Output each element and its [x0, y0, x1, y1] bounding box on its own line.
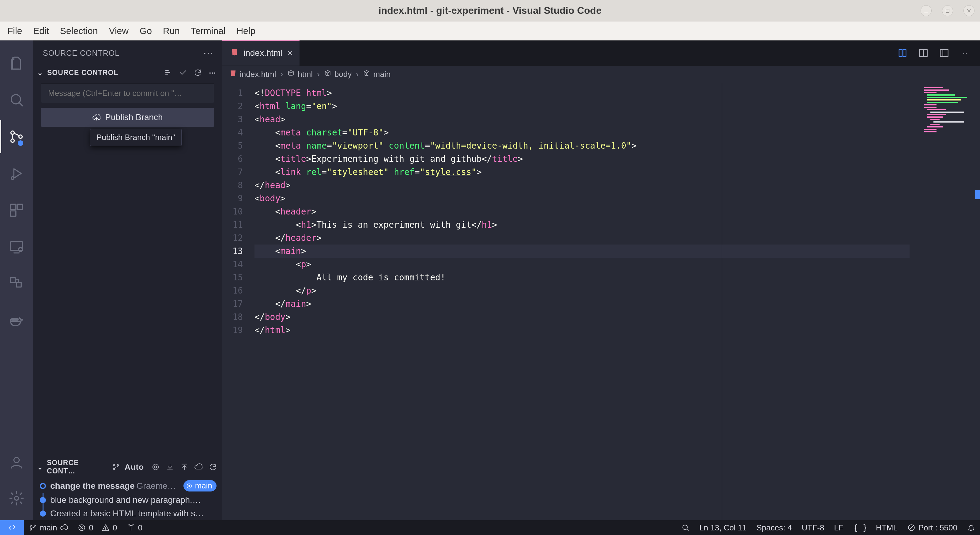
status-encoding[interactable]: UTF-8 — [797, 523, 829, 533]
publish-branch-button[interactable]: Publish Branch — [41, 108, 214, 127]
status-live-server[interactable]: Port : 5500 — [902, 523, 962, 533]
refresh-icon[interactable] — [192, 67, 204, 78]
status-eol[interactable]: LF — [829, 523, 848, 533]
svg-point-8 — [19, 135, 22, 139]
minimap[interactable] — [910, 83, 980, 520]
svg-rect-44 — [928, 102, 958, 103]
branch-pill[interactable]: main — [183, 480, 216, 492]
menu-help[interactable]: Help — [231, 26, 261, 36]
status-feedback-icon[interactable] — [676, 524, 694, 532]
os-titlebar: index.html - git-experiment - Visual Stu… — [0, 0, 980, 21]
menu-run[interactable]: Run — [158, 26, 185, 36]
status-branch-name: main — [40, 523, 57, 533]
svg-point-64 — [105, 529, 106, 530]
source-control-sidebar: SOURCE CONTROL ⋯ ⌄ SOURCE CONTROL ⋯ Publ… — [33, 40, 222, 520]
commit-row[interactable]: Created a basic HTML template with s… — [33, 507, 222, 520]
status-ports[interactable]: 0 — [122, 520, 147, 535]
window-maximize-button[interactable] — [942, 5, 953, 16]
breadcrumb-item[interactable]: html — [298, 70, 313, 79]
window-minimize-button[interactable] — [921, 5, 932, 16]
svg-rect-48 — [931, 111, 964, 113]
error-icon — [78, 524, 86, 532]
activity-source-control-icon[interactable] — [0, 120, 33, 153]
activity-remote-explorer-icon[interactable] — [0, 231, 33, 264]
svg-rect-40 — [924, 92, 937, 93]
status-language[interactable]: { } HTML — [848, 523, 902, 533]
svg-point-33 — [188, 485, 190, 487]
commit-message-input[interactable] — [41, 83, 214, 103]
svg-rect-56 — [924, 131, 937, 132]
commit-check-icon[interactable] — [177, 67, 189, 78]
symbol-icon — [287, 70, 294, 79]
breadcrumb-item[interactable]: body — [334, 70, 352, 79]
activity-bar — [0, 40, 33, 520]
close-icon[interactable]: × — [288, 48, 293, 58]
target-icon[interactable] — [150, 461, 161, 473]
compare-changes-icon[interactable] — [897, 47, 908, 59]
commit-author: Graeme… — [134, 481, 176, 490]
sidebar-header: SOURCE CONTROL ⋯ — [33, 40, 222, 65]
editor-tabs: index.html × ⋯ — [222, 40, 980, 65]
tab-more-icon[interactable]: ⋯ — [959, 47, 971, 59]
activity-settings-icon[interactable] — [0, 482, 33, 515]
svg-rect-41 — [928, 94, 955, 96]
menu-edit[interactable]: Edit — [27, 26, 54, 36]
menu-file[interactable]: File — [2, 26, 27, 36]
commit-dot-icon — [40, 483, 46, 489]
target-icon — [186, 482, 192, 489]
cloud-icon[interactable] — [193, 461, 204, 473]
status-bell-icon[interactable] — [962, 524, 980, 532]
activity-explorer-icon[interactable] — [0, 46, 33, 80]
activity-run-debug-icon[interactable] — [0, 157, 33, 190]
pull-icon[interactable] — [164, 461, 176, 473]
svg-rect-49 — [928, 114, 946, 115]
activity-search-icon[interactable] — [0, 83, 33, 116]
chevron-down-icon: ⌄ — [36, 68, 44, 77]
chevron-right-icon: › — [355, 70, 360, 79]
breadcrumb-item[interactable]: index.html — [240, 70, 276, 79]
activity-docker-icon[interactable] — [0, 304, 33, 337]
window-close-button[interactable] — [964, 5, 975, 16]
activity-accounts-icon[interactable] — [0, 446, 33, 479]
svg-rect-16 — [11, 278, 15, 282]
menu-selection[interactable]: Selection — [54, 26, 103, 36]
layout-icon[interactable] — [939, 47, 950, 59]
menu-go[interactable]: Go — [134, 26, 158, 36]
refresh-icon[interactable] — [207, 461, 218, 473]
remote-indicator[interactable] — [0, 520, 24, 535]
activity-extensions-icon[interactable] — [0, 194, 33, 227]
branch-pill-label: main — [195, 481, 212, 490]
graph-mode-label[interactable]: Auto — [125, 462, 144, 472]
commit-row[interactable]: change the messageGraeme… main — [33, 478, 222, 493]
status-branch[interactable]: main — [24, 520, 73, 535]
branch-icon[interactable] — [110, 461, 122, 473]
status-cursor[interactable]: Ln 13, Col 11 — [694, 523, 751, 533]
commit-message: blue background and new paragraph.… — [50, 495, 201, 505]
breadcrumb-item[interactable]: main — [373, 70, 390, 79]
section-more-icon[interactable]: ⋯ — [207, 67, 218, 78]
warning-icon — [102, 524, 110, 532]
menu-view[interactable]: View — [103, 26, 134, 36]
svg-point-23 — [14, 457, 19, 463]
commit-dot-icon — [40, 497, 46, 503]
svg-rect-11 — [17, 204, 22, 210]
status-indent[interactable]: Spaces: 4 — [751, 523, 797, 533]
cloud-upload-icon — [60, 524, 68, 532]
activity-containers-icon[interactable] — [0, 267, 33, 300]
push-icon[interactable] — [178, 461, 190, 473]
symbol-icon — [363, 70, 370, 79]
code-content[interactable]: <!DOCTYPE html><html lang="en"><head> <m… — [248, 83, 910, 520]
scm-section-header[interactable]: ⌄ SOURCE CONTROL ⋯ — [33, 65, 222, 80]
menu-terminal[interactable]: Terminal — [185, 26, 231, 36]
editor-tab[interactable]: index.html × — [222, 40, 300, 65]
view-tree-icon[interactable] — [162, 67, 174, 78]
svg-rect-50 — [928, 116, 943, 118]
graph-section-header[interactable]: ⌄ SOURCE CONT… Auto — [33, 457, 222, 476]
status-problems[interactable]: 0 0 — [73, 520, 122, 535]
menubar: File Edit Selection View Go Run Terminal… — [0, 21, 980, 40]
code-editor[interactable]: 12345678910111213141516171819 <!DOCTYPE … — [222, 83, 980, 520]
commit-row[interactable]: blue background and new paragraph.… — [33, 493, 222, 507]
commit-message: change the message — [50, 481, 134, 490]
breadcrumb[interactable]: index.html › html › body › main — [222, 65, 980, 83]
split-editor-right-icon[interactable] — [918, 47, 929, 59]
